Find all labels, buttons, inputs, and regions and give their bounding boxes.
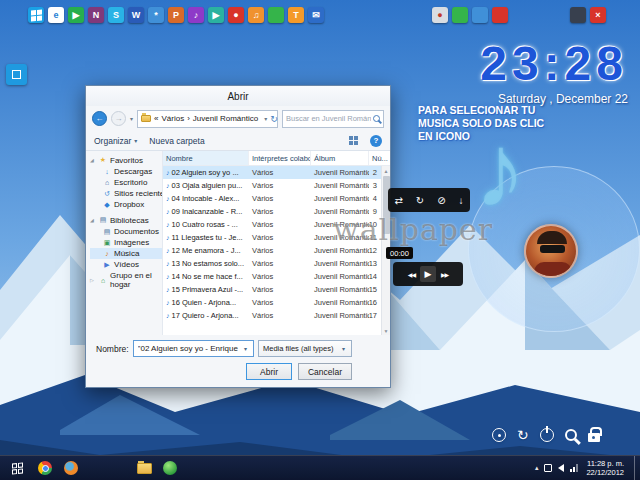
repeat-icon[interactable]: ↻ bbox=[416, 195, 424, 206]
file-row[interactable]: ♪15 Primavera Azul -... Vários Juvenil R… bbox=[163, 283, 381, 296]
power-icon[interactable] bbox=[540, 428, 554, 442]
games-icon[interactable] bbox=[452, 7, 468, 23]
sidebar-item-descargas[interactable]: ↓ Descargas bbox=[90, 166, 162, 177]
column-album[interactable]: Álbum bbox=[311, 151, 369, 165]
tv-icon[interactable] bbox=[268, 7, 284, 23]
windows-icon[interactable] bbox=[28, 7, 44, 23]
word-icon[interactable]: W bbox=[128, 7, 144, 23]
mute-icon[interactable]: ⊘ bbox=[437, 195, 445, 206]
tray-expand-icon[interactable]: ▴ bbox=[535, 464, 539, 472]
file-row[interactable]: ♪14 No se me hace f... Vários Juvenil Ro… bbox=[163, 270, 381, 283]
action-center-icon[interactable] bbox=[544, 464, 552, 472]
play-icon[interactable]: ▶ bbox=[420, 266, 436, 282]
scroll-up-icon[interactable]: ▲ bbox=[384, 166, 389, 175]
address-caret-icon[interactable]: ▾ bbox=[264, 115, 267, 122]
skype-icon[interactable]: S bbox=[108, 7, 124, 23]
store-icon[interactable] bbox=[472, 7, 488, 23]
group-header-bibliotecas[interactable]: ◢ ▤ Bibliotecas bbox=[90, 214, 162, 226]
internet-explorer-icon[interactable]: e bbox=[48, 7, 64, 23]
open-button[interactable]: Abrir bbox=[246, 363, 292, 380]
column-numero[interactable]: Nú... bbox=[369, 151, 390, 165]
next-icon[interactable]: ▶▶ bbox=[441, 271, 448, 278]
lock-icon[interactable] bbox=[588, 433, 600, 442]
group-header-homegroup[interactable]: ▷ ⌂ Grupo en el hogar bbox=[90, 274, 162, 286]
video-icon[interactable]: ▶ bbox=[208, 7, 224, 23]
help-button[interactable]: ? bbox=[370, 135, 382, 147]
nav-history-caret-icon[interactable]: ▾ bbox=[130, 115, 133, 122]
standby-icon[interactable] bbox=[492, 428, 506, 442]
forward-button[interactable]: → bbox=[111, 111, 126, 126]
twisty-icon[interactable]: ◢ bbox=[90, 157, 96, 163]
sidebar-item-sitios-recientes[interactable]: ↺ Sitios recientes bbox=[90, 188, 162, 199]
organize-menu[interactable]: Organizar ▾ bbox=[94, 136, 137, 146]
music-note-icon[interactable]: ♪ bbox=[474, 118, 526, 222]
photos-icon[interactable]: ● bbox=[228, 7, 244, 23]
mail-icon[interactable]: ✉ bbox=[308, 7, 324, 23]
sidebar-item-escritorio[interactable]: ⌂ Escritorio bbox=[90, 177, 162, 188]
volume-icon[interactable] bbox=[558, 464, 564, 472]
filename-caret-icon[interactable]: ▾ bbox=[240, 345, 251, 352]
music-icon[interactable]: ♪ bbox=[188, 7, 204, 23]
sidebar-item-dropbox[interactable]: ◆ Dropbox bbox=[90, 199, 162, 210]
file-album: Juvenil Romántico bbox=[311, 194, 369, 203]
twisty-icon[interactable]: ▷ bbox=[90, 277, 96, 283]
group-header-favoritos[interactable]: ◢ ★ Favoritos bbox=[90, 154, 162, 166]
close-icon[interactable]: × bbox=[590, 7, 606, 23]
file-row[interactable]: ♪02 Alguien soy yo ... Vários Juvenil Ro… bbox=[163, 166, 381, 179]
address-bar[interactable]: « Vários › Juvenil Romántico ▾ ↻ bbox=[137, 110, 278, 128]
sidebar-item-documentos[interactable]: ▤ Documentos bbox=[90, 226, 162, 237]
sidebar-item-imagenes[interactable]: ▣ Imágenes bbox=[90, 237, 162, 248]
taskbar-clock[interactable]: 11:28 p. m. 22/12/2012 bbox=[586, 459, 624, 477]
taskbar-chrome[interactable] bbox=[33, 457, 57, 479]
file-row[interactable]: ♪04 Intocable - Alex... Vários Juvenil R… bbox=[163, 192, 381, 205]
sidebar-item-musica[interactable]: ♪ Música bbox=[90, 248, 162, 259]
audio-icon[interactable]: ♫ bbox=[248, 7, 264, 23]
news-icon[interactable] bbox=[492, 7, 508, 23]
avatar[interactable] bbox=[524, 224, 578, 278]
column-nombre[interactable]: Nombre bbox=[163, 151, 249, 165]
sidebar-item-videos[interactable]: ▶ Vídeos bbox=[90, 259, 162, 270]
phone-icon[interactable]: T bbox=[288, 7, 304, 23]
taskbar-explorer[interactable] bbox=[132, 457, 156, 479]
search-icon[interactable] bbox=[373, 115, 380, 122]
new-folder-button[interactable]: Nueva carpeta bbox=[149, 136, 204, 146]
shuffle-icon[interactable]: ⇄ bbox=[394, 195, 402, 206]
gallery-icon[interactable]: ● bbox=[432, 7, 448, 23]
scroll-down-icon[interactable]: ▼ bbox=[384, 326, 389, 335]
breadcrumb-juvenil-romantico[interactable]: Juvenil Romántico bbox=[193, 114, 258, 123]
refresh-icon[interactable]: ↻ bbox=[270, 114, 278, 124]
show-desktop-button[interactable] bbox=[634, 456, 638, 480]
network-icon[interactable] bbox=[570, 464, 578, 472]
column-interpretes[interactable]: Intérpretes colabo... bbox=[249, 151, 311, 165]
start-button[interactable] bbox=[2, 456, 32, 480]
desktop-controls: ↻ bbox=[492, 428, 600, 442]
file-row[interactable]: ♪03 Ojala alguien pu... Vários Juvenil R… bbox=[163, 179, 381, 192]
onenote-icon[interactable]: N bbox=[88, 7, 104, 23]
search-input[interactable] bbox=[286, 114, 371, 123]
file-row[interactable]: ♪13 No estamos solo... Vários Juvenil Ro… bbox=[163, 257, 381, 270]
paint-icon[interactable]: P bbox=[168, 7, 184, 23]
file-row[interactable]: ♪16 Quien - Arjona... Vários Juvenil Rom… bbox=[163, 296, 381, 309]
file-row[interactable]: ♪17 Quiero - Arjona... Vários Juvenil Ro… bbox=[163, 309, 381, 322]
back-button[interactable]: ← bbox=[92, 111, 107, 126]
filename-value[interactable]: "02 Alguien soy yo - Enrique Iglesi bbox=[138, 344, 240, 353]
display-icon[interactable] bbox=[570, 7, 586, 23]
search-desktop-icon[interactable] bbox=[565, 429, 577, 441]
taskbar-media-player[interactable] bbox=[158, 457, 182, 479]
media-play-icon[interactable]: ▶ bbox=[68, 7, 84, 23]
download-icon[interactable]: ↓ bbox=[459, 195, 464, 206]
previous-icon[interactable]: ◀◀ bbox=[408, 271, 415, 278]
settings-icon[interactable]: * bbox=[148, 7, 164, 23]
breadcrumb-collapse[interactable]: « bbox=[154, 114, 158, 123]
change-view-icon[interactable] bbox=[349, 136, 358, 145]
cancel-button[interactable]: Cancelar bbox=[298, 363, 352, 380]
pinned-app-tile[interactable] bbox=[6, 64, 27, 85]
filetype-select[interactable]: Media files (all types) ▾ bbox=[258, 340, 352, 357]
dialog-titlebar[interactable]: Abrir bbox=[86, 86, 390, 106]
filetype-caret-icon[interactable]: ▾ bbox=[338, 345, 349, 352]
twisty-icon[interactable]: ◢ bbox=[90, 217, 96, 223]
refresh-desktop-icon[interactable]: ↻ bbox=[517, 428, 529, 442]
filename-combobox[interactable]: "02 Alguien soy yo - Enrique Iglesi ▾ bbox=[133, 340, 254, 357]
taskbar-firefox[interactable] bbox=[59, 457, 83, 479]
breadcrumb-varios[interactable]: Vários bbox=[161, 114, 184, 123]
